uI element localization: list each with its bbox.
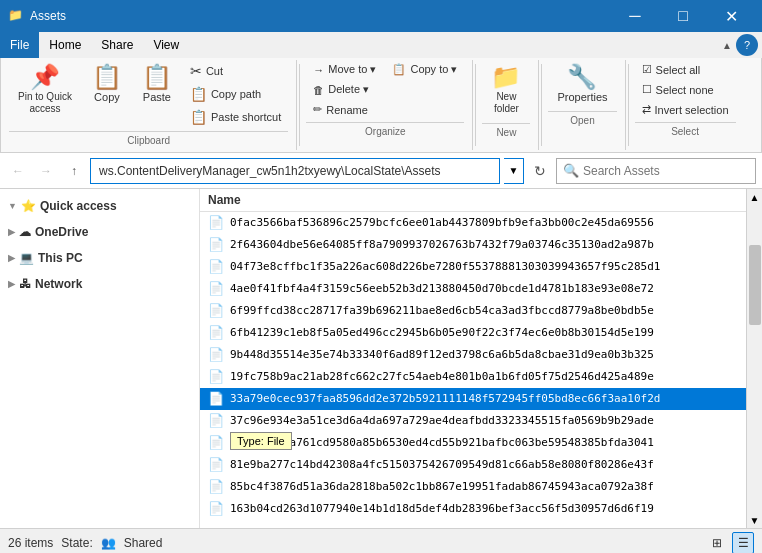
search-icon: 🔍	[563, 163, 579, 178]
sidebar-item-onedrive[interactable]: ▶ ☁ OneDrive	[0, 219, 199, 245]
file-icon: 📄	[208, 435, 224, 450]
file-icon: 📄	[208, 413, 224, 428]
title-bar: 📁 Assets ─ □ ✕	[0, 0, 762, 32]
organize-label: Organize	[306, 122, 464, 137]
back-button[interactable]: ←	[6, 159, 30, 183]
file-icon: 📄	[208, 479, 224, 494]
maximize-button[interactable]: □	[660, 0, 706, 32]
search-input[interactable]	[583, 164, 749, 178]
file-name: 2f643604dbe56e64085ff8a7909937026763b743…	[230, 238, 654, 251]
file-name: 85bc4f3876d51a36da2818ba502c1bb867e19951…	[230, 480, 654, 493]
table-row[interactable]: 📄4ae0f41fbf4a4f3159c56eeb52b3d213880450d…	[200, 278, 746, 300]
paste-icon: 📋	[142, 65, 172, 89]
table-row[interactable]: 📄85bc4f3876d51a36da2818ba502c1bb867e1995…	[200, 476, 746, 498]
address-input[interactable]	[90, 158, 500, 184]
table-row[interactable]: 📄2f643604dbe56e64085ff8a7909937026763b74…	[200, 234, 746, 256]
expand-icon: ▼	[8, 201, 17, 211]
item-count: 26 items	[8, 536, 53, 550]
table-row[interactable]: 📄6fb41239c1eb8f5a05ed496cc2945b6b05e90f2…	[200, 322, 746, 344]
table-row[interactable]: 📄37c96e934e3a51ce3d6a4da697a729ae4deafbd…	[200, 410, 746, 432]
table-row[interactable]: 📄0fac3566baf536896c2579bcfc6ee01ab443780…	[200, 212, 746, 234]
ribbon-collapse-icon[interactable]: ▲	[718, 36, 736, 55]
close-button[interactable]: ✕	[708, 0, 754, 32]
properties-button[interactable]: 🔧 Properties	[548, 60, 616, 108]
sidebar-item-this-pc[interactable]: ▶ 💻 This PC	[0, 245, 199, 271]
help-button[interactable]: ?	[736, 34, 758, 56]
new-buttons: 📁 Newfolder	[482, 60, 530, 120]
expand-icon-4: ▶	[8, 279, 15, 289]
delete-button[interactable]: 🗑 Delete ▾	[306, 80, 383, 99]
scroll-up-button[interactable]: ▲	[747, 189, 763, 205]
table-row[interactable]: 📄6f99ffcd38cc28717fa39b696211bae8ed6cb54…	[200, 300, 746, 322]
search-box: 🔍	[556, 158, 756, 184]
new-folder-button[interactable]: 📁 Newfolder	[482, 60, 530, 120]
menu-share[interactable]: Share	[91, 32, 143, 58]
view-toggle: ⊞ ☰	[706, 532, 754, 554]
menu-view[interactable]: View	[143, 32, 189, 58]
expand-icon-2: ▶	[8, 227, 15, 237]
onedrive-icon: ☁	[19, 225, 31, 239]
select-none-icon: ☐	[642, 83, 652, 96]
file-name: 04f73e8cffbc1f35a226ac608d226be7280f5537…	[230, 260, 660, 273]
invert-selection-button[interactable]: ⇄ Invert selection	[635, 100, 736, 119]
address-dropdown[interactable]: ▼	[504, 158, 524, 184]
menu-home[interactable]: Home	[39, 32, 91, 58]
file-icon: 📄	[208, 259, 224, 274]
organize-right: 📋 Copy to ▾	[385, 60, 464, 79]
rename-button[interactable]: ✏ Rename	[306, 100, 383, 119]
copy-button[interactable]: 📋 Copy	[83, 60, 131, 108]
open-group: 🔧 Properties Open	[544, 60, 625, 150]
copy-to-button[interactable]: 📋 Copy to ▾	[385, 60, 464, 79]
table-row[interactable]: 📄33a79e0cec937faa8596dd2e372b5921111148f…	[200, 388, 746, 410]
file-list-header: Name	[200, 189, 746, 212]
delete-icon: 🗑	[313, 84, 324, 96]
file-icon: 📄	[208, 391, 224, 406]
ribbon-separator-4	[628, 64, 629, 146]
sidebar: ▼ ⭐ Quick access ▶ ☁ OneDrive ▶ 💻 This P…	[0, 189, 200, 528]
move-to-button[interactable]: → Move to ▾	[306, 60, 383, 79]
ribbon-separator-3	[541, 64, 542, 146]
file-name: 47fe181dca761cd9580a85b6530ed4cd55b921ba…	[230, 436, 654, 449]
paste-shortcut-button[interactable]: 📋 Paste shortcut	[183, 106, 288, 128]
new-label: New	[482, 123, 530, 138]
file-tooltip: Type: File	[230, 432, 292, 450]
table-row[interactable]: 📄81e9ba277c14bd42308a4fc5150375426709549…	[200, 454, 746, 476]
sidebar-item-quick-access[interactable]: ▼ ⭐ Quick access	[0, 193, 199, 219]
copy-path-icon: 📋	[190, 86, 207, 102]
file-name: 6fb41239c1eb8f5a05ed496cc2945b6b05e90f22…	[230, 326, 654, 339]
move-icon: →	[313, 64, 324, 76]
file-name: 33a79e0cec937faa8596dd2e372b5921111148f5…	[230, 392, 660, 405]
minimize-button[interactable]: ─	[612, 0, 658, 32]
details-view-button[interactable]: ☰	[732, 532, 754, 554]
table-row[interactable]: 📄19fc758b9ac21ab28fc662c27fc54aeb4e801b0…	[200, 366, 746, 388]
up-button[interactable]: ↑	[62, 159, 86, 183]
large-icons-view-button[interactable]: ⊞	[706, 532, 728, 554]
menu-file[interactable]: File	[0, 32, 39, 58]
select-all-icon: ☑	[642, 63, 652, 76]
cut-button[interactable]: ✂ Cut	[183, 60, 288, 82]
select-none-button[interactable]: ☐ Select none	[635, 80, 736, 99]
forward-button[interactable]: →	[34, 159, 58, 183]
organize-left: → Move to ▾ 🗑 Delete ▾ ✏ Rename	[306, 60, 383, 119]
table-row[interactable]: 📄163b04cd263d1077940e14b1d18d5def4db2839…	[200, 498, 746, 520]
paste-button[interactable]: 📋 Paste	[133, 60, 181, 108]
table-row[interactable]: 📄04f73e8cffbc1f35a226ac608d226be7280f553…	[200, 256, 746, 278]
scrollbar-thumb[interactable]	[749, 245, 761, 325]
quick-access-icon: ⭐	[21, 199, 36, 213]
refresh-button[interactable]: ↻	[528, 158, 552, 184]
table-row[interactable]: 📄9b448d35514e35e74b33340f6ad89f12ed3798c…	[200, 344, 746, 366]
select-all-button[interactable]: ☑ Select all	[635, 60, 736, 79]
sidebar-item-network[interactable]: ▶ 🖧 Network	[0, 271, 199, 297]
title-bar-title: Assets	[30, 9, 612, 23]
file-icon: 📄	[208, 325, 224, 340]
file-name: 81e9ba277c14bd42308a4fc5150375426709549d…	[230, 458, 654, 471]
this-pc-icon: 💻	[19, 251, 34, 265]
file-icon: 📄	[208, 369, 224, 384]
copy-path-button[interactable]: 📋 Copy path	[183, 83, 288, 105]
state-value: Shared	[124, 536, 163, 550]
vertical-scrollbar[interactable]: ▲ ▼	[746, 189, 762, 528]
expand-icon-3: ▶	[8, 253, 15, 263]
file-icon: 📄	[208, 215, 224, 230]
pin-quick-access-button[interactable]: 📌 Pin to Quickaccess	[9, 60, 81, 120]
scroll-down-button[interactable]: ▼	[747, 512, 763, 528]
